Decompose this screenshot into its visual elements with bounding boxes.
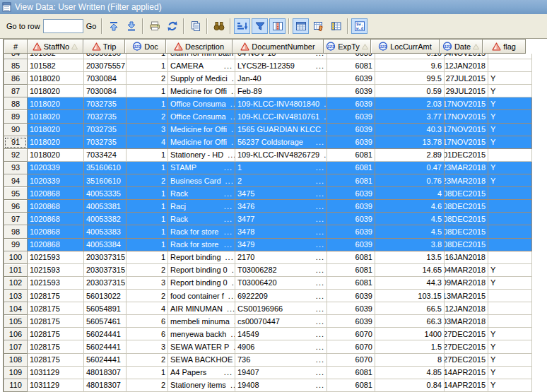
- cell-date[interactable]: 08DEC2015: [445, 187, 488, 200]
- cell-flag[interactable]: [488, 54, 532, 59]
- cell-date[interactable]: 27DEC2015: [445, 340, 488, 353]
- cell-date[interactable]: 08DEC2015: [445, 225, 488, 238]
- cell-amt[interactable]: 13.78: [375, 136, 445, 149]
- print-button[interactable]: [146, 18, 163, 34]
- cell-docnum[interactable]: 19407...: [235, 367, 327, 379]
- column-header-desc[interactable]: Description: [165, 39, 233, 54]
- cell-desc[interactable]: Report binding 0...: [168, 264, 235, 277]
- cell-desc[interactable]: SEWA BACKHOE...: [168, 354, 235, 367]
- cell-trip[interactable]: 40053381: [84, 200, 127, 213]
- cell-date[interactable]: 14APR2015: [445, 367, 488, 379]
- cell-amt[interactable]: 0.84: [375, 379, 445, 392]
- cell-trip[interactable]: 40053383: [84, 225, 127, 238]
- cell-amt[interactable]: 44.3: [375, 277, 445, 290]
- cell-amt[interactable]: 2.89: [375, 149, 445, 162]
- cell-flag[interactable]: [488, 290, 532, 302]
- cell-date[interactable]: 01DEC2015: [445, 149, 488, 162]
- cell-trip[interactable]: 85556156: [84, 54, 127, 59]
- cell-desc[interactable]: Business Card...: [168, 174, 235, 187]
- cell-expty[interactable]: 6039: [327, 85, 375, 97]
- cell-desc[interactable]: Rack for store...: [168, 225, 235, 238]
- cell-flag[interactable]: [488, 59, 532, 72]
- edit-table-button[interactable]: [310, 18, 327, 34]
- cell-doc[interactable]: 1: [127, 251, 168, 264]
- cell-staffno[interactable]: 1020339: [28, 174, 84, 187]
- cell-trip[interactable]: 56024441: [84, 340, 127, 353]
- cell-date[interactable]: 16JAN2018: [445, 251, 488, 264]
- cell-doc[interactable]: 2: [127, 290, 168, 302]
- cell-date[interactable]: 27DEC2015: [445, 328, 488, 340]
- cell-doc[interactable]: 1: [127, 59, 168, 72]
- cell-staffno[interactable]: 1018020: [28, 85, 84, 97]
- cell-expty[interactable]: 6039: [327, 239, 375, 251]
- row-number-button[interactable]: 91: [4, 136, 28, 149]
- cell-staffno[interactable]: 1018020: [28, 110, 84, 123]
- cell-staffno[interactable]: 1018020: [28, 97, 84, 110]
- cell-date[interactable]: 17NOV2015: [445, 124, 488, 136]
- go-button[interactable]: Go: [86, 22, 97, 30]
- cell-trip[interactable]: 40053382: [84, 213, 127, 225]
- row-number-button[interactable]: 92: [4, 149, 28, 162]
- cell-desc[interactable]: food container f...: [168, 290, 235, 302]
- row-number-button[interactable]: 85: [4, 59, 28, 72]
- cell-trip[interactable]: 56024441: [84, 354, 127, 367]
- row-number-button[interactable]: 108: [4, 354, 28, 367]
- cell-desc[interactable]: Supply of Medici...: [168, 72, 235, 85]
- cell-flag[interactable]: [488, 149, 532, 162]
- cell-expty[interactable]: 6039: [327, 315, 375, 328]
- row-number-button[interactable]: 95: [4, 187, 28, 200]
- cell-trip[interactable]: 7030084: [84, 85, 127, 97]
- row-number-button[interactable]: 102: [4, 277, 28, 290]
- cell-date[interactable]: 23MAR2018: [445, 162, 488, 174]
- row-number-button[interactable]: 88: [4, 97, 28, 110]
- cell-amt[interactable]: 4.85: [375, 367, 445, 379]
- cell-flag[interactable]: [488, 187, 532, 200]
- cell-flag[interactable]: Y: [488, 97, 532, 110]
- cell-flag[interactable]: Y: [488, 367, 532, 379]
- cell-expty[interactable]: 6070: [327, 340, 375, 353]
- cell-trip[interactable]: 7032735: [84, 110, 127, 123]
- cell-expty[interactable]: 6039: [327, 97, 375, 110]
- row-number-button[interactable]: 97: [4, 213, 28, 225]
- cell-date[interactable]: 08DEC2015: [445, 213, 488, 225]
- cell-date[interactable]: 27JUL2015: [445, 72, 488, 85]
- go-to-last-row-button[interactable]: [123, 18, 139, 34]
- cell-trip[interactable]: 48018307: [84, 379, 127, 392]
- cell-docnum[interactable]: CS00196966...: [235, 302, 327, 315]
- cell-flag[interactable]: Y: [488, 264, 532, 277]
- cell-docnum[interactable]: 1...: [235, 162, 327, 174]
- row-number-button[interactable]: 90: [4, 124, 28, 136]
- cell-doc[interactable]: 3: [127, 124, 168, 136]
- row-number-button[interactable]: 98: [4, 225, 28, 238]
- refresh-button[interactable]: [164, 18, 180, 34]
- cell-flag[interactable]: Y: [488, 110, 532, 123]
- cell-expty[interactable]: 6081: [327, 174, 375, 187]
- cell-doc[interactable]: 1: [127, 162, 168, 174]
- cell-desc[interactable]: Racj...: [168, 200, 235, 213]
- cell-trip[interactable]: 203037315: [84, 251, 127, 264]
- cell-docnum[interactable]: 3475...: [235, 187, 327, 200]
- row-number-button[interactable]: 99: [4, 239, 28, 251]
- row-number-button[interactable]: 110: [4, 379, 28, 392]
- cell-flag[interactable]: Y: [488, 277, 532, 290]
- cell-flag[interactable]: Y: [488, 379, 532, 392]
- cell-staffno[interactable]: 101582: [28, 54, 84, 59]
- cell-flag[interactable]: Y: [488, 136, 532, 149]
- cell-desc[interactable]: Medicine for Offi...: [168, 136, 235, 149]
- cell-doc[interactable]: 3: [127, 340, 168, 353]
- cell-desc[interactable]: claim for mini bath...: [168, 54, 235, 59]
- row-number-button[interactable]: 86: [4, 72, 28, 85]
- cell-date[interactable]: 08DEC2015: [445, 200, 488, 213]
- cell-trip[interactable]: 7032735: [84, 97, 127, 110]
- cell-flag[interactable]: [488, 315, 532, 328]
- cell-desc[interactable]: Medicine for Offi...: [168, 124, 235, 136]
- apply-formats-button[interactable]: $w.w.d: [351, 18, 367, 34]
- cell-staffno[interactable]: 1020868: [28, 225, 84, 238]
- cell-doc[interactable]: 3: [127, 277, 168, 290]
- cell-flag[interactable]: [488, 200, 532, 213]
- cell-staffno[interactable]: 1031129: [28, 379, 84, 392]
- cell-doc[interactable]: 6: [127, 315, 168, 328]
- cell-trip[interactable]: 7033424: [84, 149, 127, 162]
- cell-expty[interactable]: 6039: [327, 124, 375, 136]
- column-header-expty[interactable]: 123ExpTy: [323, 39, 371, 54]
